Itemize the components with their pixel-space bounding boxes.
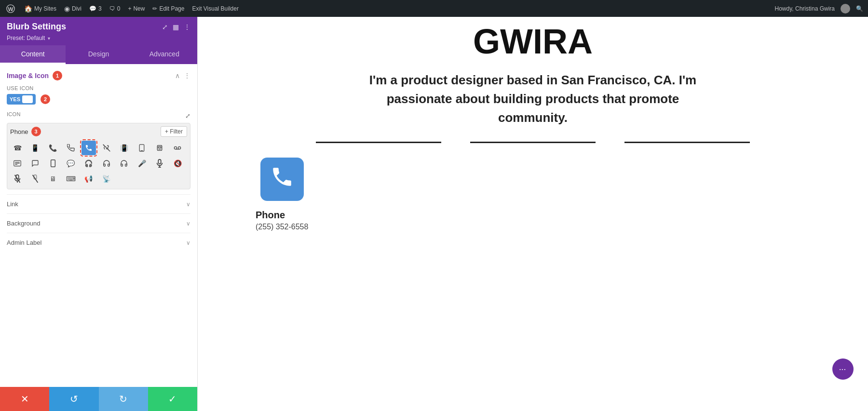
tab-advanced[interactable]: Advanced bbox=[132, 45, 197, 64]
icon-headphones[interactable]: 🎧 bbox=[81, 156, 96, 171]
link-section-title: Link bbox=[7, 200, 18, 208]
icon-mic-muted[interactable]: 🔇 bbox=[170, 156, 185, 171]
icon-phone-square[interactable] bbox=[81, 141, 96, 155]
new-label: New bbox=[133, 5, 145, 12]
resize-icon[interactable]: ⤢ bbox=[162, 23, 168, 31]
link-section: Link ∨ bbox=[7, 194, 190, 213]
tab-design-label: Design bbox=[88, 50, 109, 58]
comment-count-link[interactable]: 🗨 0 bbox=[109, 5, 121, 12]
edit-icon: ✏ bbox=[152, 5, 157, 12]
comments-link[interactable]: 💬 3 bbox=[89, 5, 102, 12]
divider-3 bbox=[624, 142, 750, 143]
admin-label-section: Admin Label ∨ bbox=[7, 233, 190, 252]
cancel-button[interactable]: ✕ bbox=[0, 387, 49, 411]
admin-label-chevron-icon: ∨ bbox=[186, 239, 190, 246]
background-section: Background ∨ bbox=[7, 213, 190, 233]
more-dots-icon: ••• bbox=[840, 367, 846, 371]
icon-comments[interactable] bbox=[28, 156, 42, 171]
preset-row: Preset: Default ▾ bbox=[7, 35, 190, 45]
svg-text:W: W bbox=[8, 5, 14, 12]
panel-header: Blurb Settings ⤢ ▦ ⋮ Preset: Default ▾ bbox=[0, 17, 197, 45]
icon-phone-mobile[interactable]: 📱 bbox=[28, 141, 42, 155]
icon-bullhorn[interactable]: 📢 bbox=[81, 172, 96, 186]
panel-title-row: Blurb Settings ⤢ ▦ ⋮ bbox=[7, 22, 190, 32]
toggle-yes-label: YES bbox=[10, 96, 20, 102]
toggle-container: YES 2 bbox=[7, 94, 190, 105]
icon-phone-box[interactable] bbox=[135, 141, 149, 155]
background-section-title: Background bbox=[7, 220, 40, 227]
tabs-row: Content Design Advanced bbox=[0, 45, 197, 64]
section-more-icon[interactable]: ⋮ bbox=[184, 72, 190, 80]
exit-visual-builder-link[interactable]: Exit Visual Builder bbox=[192, 5, 239, 12]
search-icon[interactable]: 🔍 bbox=[856, 5, 863, 12]
admin-label-section-header[interactable]: Admin Label ∨ bbox=[7, 239, 190, 246]
icon-tty[interactable] bbox=[10, 156, 25, 171]
use-icon-toggle[interactable]: YES bbox=[7, 94, 36, 105]
icon-search-left: Phone 3 bbox=[10, 127, 41, 136]
icon-mic-slash[interactable] bbox=[28, 172, 42, 186]
icon-broadcast[interactable]: 📡 bbox=[99, 172, 114, 186]
icon-phone-receiver[interactable]: 📞 bbox=[46, 141, 60, 155]
icon-voicemail[interactable] bbox=[170, 141, 185, 155]
comment-icon: 💬 bbox=[89, 5, 96, 12]
wordpress-icon[interactable]: W bbox=[5, 3, 16, 14]
redo-button[interactable]: ↻ bbox=[99, 387, 148, 411]
icon-sms[interactable]: 💬 bbox=[64, 156, 78, 171]
new-button[interactable]: + New bbox=[128, 5, 145, 12]
sites-icon: 🏠 bbox=[24, 5, 32, 13]
edit-page-link[interactable]: ✏ Edit Page bbox=[152, 5, 184, 12]
left-panel: Blurb Settings ⤢ ▦ ⋮ Preset: Default ▾ C… bbox=[0, 17, 198, 411]
undo-button[interactable]: ↺ bbox=[49, 387, 98, 411]
icon-mic-alt[interactable] bbox=[10, 172, 25, 186]
more-options-button[interactable]: ••• bbox=[832, 358, 854, 380]
badge-2-num: 2 bbox=[44, 96, 47, 102]
icon-field-label: Icon bbox=[7, 111, 21, 117]
icon-headphones-alt[interactable] bbox=[117, 156, 131, 171]
my-sites-label: My Sites bbox=[34, 5, 56, 12]
tab-content-label: Content bbox=[21, 50, 45, 58]
icon-mic[interactable]: 🎤 bbox=[135, 156, 149, 171]
section-badge-3: 3 bbox=[31, 127, 41, 136]
icon-search-text: Phone bbox=[10, 128, 28, 135]
badge-3-num: 3 bbox=[35, 129, 38, 134]
icon-desktop[interactable]: 🖥 bbox=[46, 172, 60, 186]
background-section-header[interactable]: Background ∨ bbox=[7, 220, 190, 227]
toggle-thumb bbox=[22, 95, 33, 103]
icon-section: Icon ⤢ Phone 3 + Filter bbox=[7, 111, 190, 189]
icon-keyboard[interactable]: ⌨ bbox=[64, 172, 78, 186]
bubble-icon: 🗨 bbox=[109, 5, 115, 12]
admin-bar: W 🏠 My Sites ◉ Divi 💬 3 🗨 0 + New ✏ Edit… bbox=[0, 0, 868, 17]
exit-vb-label: Exit Visual Builder bbox=[192, 5, 239, 12]
icon-headset[interactable] bbox=[99, 156, 114, 171]
svg-point-9 bbox=[174, 146, 176, 149]
edit-page-label: Edit Page bbox=[159, 5, 184, 12]
icon-phone-alt[interactable] bbox=[64, 141, 78, 155]
icon-microphone[interactable] bbox=[152, 156, 167, 171]
more-options-icon[interactable]: ⋮ bbox=[184, 23, 190, 31]
expand-icon[interactable]: ⤢ bbox=[185, 112, 190, 119]
tab-design[interactable]: Design bbox=[66, 45, 131, 64]
cancel-icon: ✕ bbox=[21, 393, 29, 405]
my-sites-link[interactable]: 🏠 My Sites bbox=[24, 5, 56, 13]
link-section-header[interactable]: Link ∨ bbox=[7, 200, 190, 208]
collapse-icon[interactable]: ∧ bbox=[175, 72, 180, 80]
icon-fax[interactable] bbox=[152, 141, 167, 155]
tab-advanced-label: Advanced bbox=[149, 50, 179, 58]
icon-phone-slash[interactable] bbox=[99, 141, 114, 155]
preset-label: Preset: Default bbox=[7, 35, 45, 41]
section-title-row: Image & Icon 1 bbox=[7, 71, 62, 80]
section-controls: ∧ ⋮ bbox=[175, 72, 190, 80]
divider-1 bbox=[316, 142, 441, 143]
contact-value: (255) 352-6558 bbox=[256, 223, 308, 231]
tab-content[interactable]: Content bbox=[0, 45, 66, 64]
save-button[interactable]: ✓ bbox=[148, 387, 197, 411]
divi-link[interactable]: ◉ Divi bbox=[64, 5, 81, 13]
icon-tablet[interactable] bbox=[46, 156, 60, 171]
phone-icon bbox=[270, 165, 294, 194]
preset-chevron-icon[interactable]: ▾ bbox=[48, 36, 50, 41]
svg-rect-16 bbox=[51, 160, 55, 167]
icon-phone-volume[interactable]: 📳 bbox=[117, 141, 131, 155]
filter-button[interactable]: + Filter bbox=[161, 126, 187, 137]
icon-phone-classic[interactable]: ☎ bbox=[10, 141, 25, 155]
columns-icon[interactable]: ▦ bbox=[173, 23, 179, 31]
